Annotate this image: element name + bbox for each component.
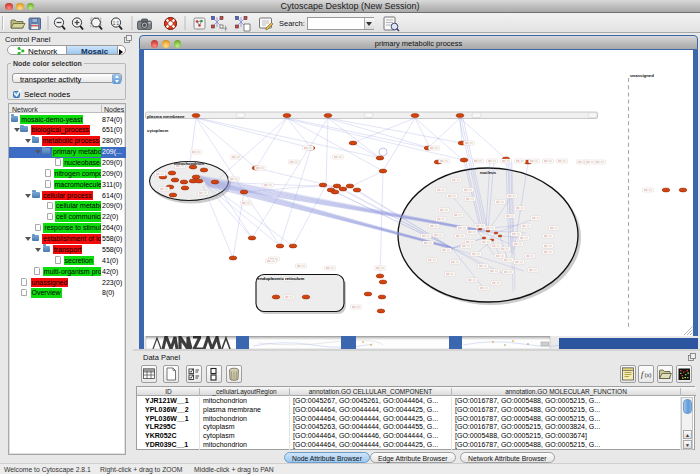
svg-text:plasma membrane: plasma membrane: [147, 114, 185, 119]
svg-text:mitochondrion: mitochondrion: [174, 161, 204, 166]
svg-text:(x): (x): [645, 372, 652, 378]
svg-text:unassigned: unassigned: [630, 73, 654, 78]
svg-text:1:1: 1:1: [113, 21, 120, 26]
svg-text:nucleus: nucleus: [480, 170, 497, 175]
svg-text:cytoplasm: cytoplasm: [147, 128, 168, 133]
svg-text:endoplasmic reticulum: endoplasmic reticulum: [258, 276, 305, 281]
